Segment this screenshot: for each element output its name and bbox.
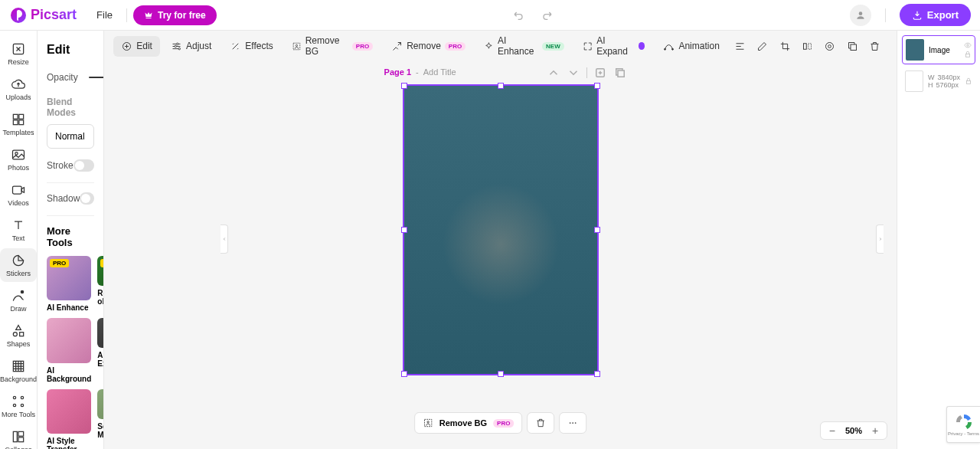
lock-icon[interactable] [965,77,972,85]
layer-image[interactable]: Image [902,35,975,64]
layer-thumb [905,70,923,92]
remove-icon [391,41,403,52]
tb-label: Effects [245,41,273,51]
expand-layers-button[interactable] [876,224,884,254]
nav-draw[interactable]: Draw [0,283,37,317]
tool-name: AI Background [47,366,91,383]
collapse-panel-button[interactable] [220,224,228,254]
tb-ai-enhance[interactable]: AI EnhanceNEW [476,31,572,61]
tb-flip[interactable] [798,35,817,57]
tool-scene-maker[interactable]: Scene Maker [97,389,104,449]
tb-delete[interactable] [865,35,884,57]
nav-label: Resize [8,58,29,66]
duplicate-page-icon[interactable] [613,66,627,80]
svg-rect-29 [808,43,812,49]
tb-animation[interactable]: Animation [655,36,727,57]
tb-edit[interactable]: Edit [113,36,160,57]
fb-more[interactable] [559,412,586,434]
recaptcha-badge[interactable]: Privacy - Terms [946,406,980,443]
svg-point-30 [828,44,831,48]
tb-duplicate[interactable] [842,35,861,57]
tool-ai-expand[interactable]: AI Expand [97,318,104,382]
toolbar: Edit Adjust Effects Remove BGPRO RemoveP… [104,31,897,61]
undo-icon[interactable] [513,9,525,21]
stroke-toggle[interactable] [74,159,95,172]
nav-uploads[interactable]: Uploads [0,72,37,106]
add-page-icon[interactable] [593,66,607,80]
logo[interactable]: Picsart [9,6,77,25]
adjust-icon [171,41,182,52]
svg-point-39 [575,422,577,424]
tb-label: Adjust [186,41,211,51]
nav-templates[interactable]: Templates [0,107,37,141]
nav-stickers[interactable]: Stickers [0,248,37,282]
nav-text[interactable]: Text [0,213,37,247]
nav-collages[interactable]: Collages [0,424,37,449]
tool-ai-background[interactable]: AI Background [47,318,91,382]
zoom-value[interactable]: 50% [845,426,862,435]
nav-label: Photos [8,164,29,172]
file-menu[interactable]: File [89,5,120,25]
tb-remove-bg[interactable]: Remove BGPRO [284,31,381,61]
fb-remove-bg[interactable]: Remove BG PRO [414,412,523,434]
tb-layer[interactable] [820,35,839,57]
resize-handle[interactable] [498,371,504,377]
logo-text: Picsart [31,7,77,23]
export-button[interactable]: Export [900,4,971,26]
collages-icon [11,429,26,444]
lock-icon[interactable] [964,51,972,58]
fb-delete[interactable] [527,412,554,434]
tb-adjust[interactable]: Adjust [163,36,219,57]
resize-handle[interactable] [401,83,407,89]
eye-icon[interactable] [964,41,972,49]
tool-ai-style-transfer[interactable]: AI Style Transfer [47,389,91,449]
page-down-icon[interactable] [567,66,580,80]
resize-handle[interactable] [401,371,407,377]
tb-eraser[interactable] [753,35,772,57]
resize-handle[interactable] [594,227,600,233]
nav-shapes[interactable]: Shapes [0,319,37,352]
blend-value: Normal [55,131,85,142]
nav-videos[interactable]: Videos [0,178,37,211]
new-badge: NEW [542,42,564,51]
resize-handle[interactable] [594,83,600,89]
nav-resize[interactable]: Resize [0,37,37,70]
tool-ai-enhance[interactable]: PROAI Enhance [47,256,91,312]
tb-effects[interactable]: Effects [222,36,280,57]
tool-remove-object[interactable]: PRORemove object [97,256,104,312]
canvas-image[interactable] [403,84,599,375]
nav-more-tools[interactable]: More Tools [0,389,37,423]
try-free-button[interactable]: Try for free [133,5,217,25]
resize-handle[interactable] [401,227,407,233]
shadow-toggle[interactable] [80,192,94,205]
svg-point-10 [13,333,17,336]
nav-photos[interactable]: Photos [0,143,37,176]
page-title-input[interactable]: Add Title [423,67,456,77]
nav-label: Collages [5,446,31,449]
side-panel: Edit Opacity 100 Blend Modes Normal Stro… [38,31,104,449]
resize-handle[interactable] [498,83,504,89]
layer-canvas[interactable]: W3840px H5760px [902,67,975,95]
canvas-content[interactable]: Page 1 - Add Title [104,61,897,449]
page-up-icon[interactable] [547,66,560,80]
zoom-out-button[interactable]: − [827,425,838,436]
try-free-label: Try for free [158,10,206,21]
opacity-slider[interactable] [89,77,105,78]
page-number[interactable]: Page 1 [384,67,411,77]
tb-ai-expand[interactable]: AI Expand [575,31,653,61]
resize-handle[interactable] [594,371,600,377]
tool-name: AI Expand [97,351,104,368]
redo-icon[interactable] [541,9,553,21]
templates-icon [11,112,26,127]
svg-point-14 [21,396,23,398]
shapes-icon [11,323,26,339]
zoom-in-button[interactable]: + [870,425,880,436]
tb-align[interactable] [730,35,750,57]
more-icon [567,418,578,428]
avatar-button[interactable] [850,5,871,26]
tb-crop[interactable] [775,35,794,57]
blend-mode-select[interactable]: Normal [47,124,94,149]
h-label: H [928,81,933,89]
tb-remove[interactable]: RemovePRO [384,36,473,57]
nav-background[interactable]: Background [0,354,37,388]
